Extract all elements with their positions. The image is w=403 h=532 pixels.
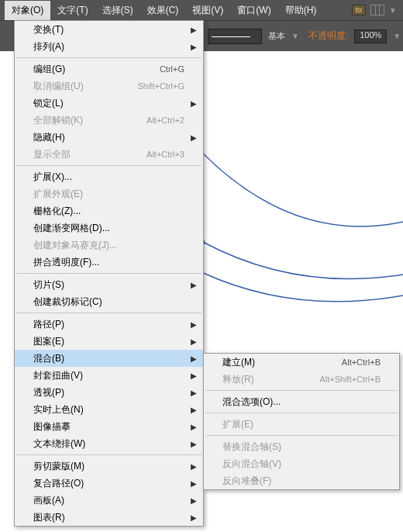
submenu-arrow-icon: ▶ — [191, 479, 197, 488]
workspace-switcher-icon[interactable] — [370, 5, 384, 16]
menu-item-label: 反向混合轴(V) — [222, 458, 381, 471]
menu-item-label: 画板(A) — [33, 494, 184, 507]
menu-window[interactable]: 窗口(W) — [230, 1, 277, 20]
menu-separator — [16, 57, 202, 58]
submenu-arrow-icon: ▶ — [191, 354, 197, 363]
object-menu-item-24[interactable]: 透视(P)▶ — [15, 384, 203, 401]
object-menu-item-18[interactable]: 创建裁切标记(C) — [15, 293, 203, 310]
submenu-arrow-icon: ▶ — [191, 320, 197, 329]
menu-item-shortcut: Alt+Ctrl+2 — [146, 116, 184, 125]
menu-item-label: 反向堆叠(F) — [222, 475, 381, 488]
object-menu-item-5[interactable]: 锁定(L)▶ — [15, 95, 203, 112]
menu-item-shortcut: Shift+Ctrl+G — [137, 81, 184, 91]
menu-item-label: 复合路径(O) — [33, 477, 184, 490]
stroke-preset-label: 基本 — [268, 30, 285, 42]
object-menu-item-11: 扩展外观(E) — [15, 185, 203, 202]
menu-item-label: 锁定(L) — [33, 97, 184, 110]
object-menu-item-29[interactable]: 剪切蒙版(M)▶ — [15, 458, 203, 475]
object-menu-item-4: 取消编组(U)Shift+Ctrl+G — [15, 78, 203, 95]
menu-select[interactable]: 选择(S) — [95, 1, 140, 20]
menu-separator — [205, 390, 398, 391]
submenu-arrow-icon: ▶ — [191, 337, 197, 346]
chevron-down-icon[interactable]: ▼ — [389, 6, 397, 15]
object-menu-item-22[interactable]: 混合(B)▶ — [15, 350, 203, 367]
menu-item-label: 创建对象马赛克(J)... — [33, 239, 184, 252]
object-menu-item-3[interactable]: 编组(G)Ctrl+G — [15, 60, 203, 78]
menubar-icons: Br ▼ — [352, 5, 403, 16]
menu-item-label: 切片(S) — [33, 278, 184, 292]
chevron-down-icon[interactable]: ▼ — [393, 32, 401, 40]
menu-item-label: 取消编组(U) — [33, 80, 137, 93]
submenu-arrow-icon: ▶ — [191, 389, 197, 397]
submenu-arrow-icon: ▶ — [191, 496, 197, 505]
menubar: 对象(O) 文字(T) 选择(S) 效果(C) 视图(V) 窗口(W) 帮助(H… — [0, 0, 403, 20]
object-menu-item-0[interactable]: 变换(T)▶ — [15, 21, 203, 38]
object-menu-item-21[interactable]: 图案(E)▶ — [15, 333, 203, 350]
blend-submenu-item-8: 反向混合轴(V) — [204, 455, 399, 472]
menu-separator — [205, 435, 398, 436]
menu-item-label: 扩展(X)... — [33, 171, 184, 184]
menu-item-label: 隐藏(H) — [33, 131, 184, 144]
menu-view[interactable]: 视图(V) — [185, 1, 230, 20]
blend-submenu-item-0[interactable]: 建立(M)Alt+Ctrl+B — [204, 354, 399, 371]
submenu-arrow-icon: ▶ — [191, 26, 197, 34]
object-menu-item-26[interactable]: 图像描摹▶ — [15, 418, 203, 435]
object-menu-item-25[interactable]: 实时上色(N)▶ — [15, 401, 203, 418]
object-menu-item-15[interactable]: 拼合透明度(F)... — [15, 254, 203, 271]
menu-effect[interactable]: 效果(C) — [140, 1, 186, 20]
menu-separator — [16, 165, 202, 166]
menu-separator — [16, 273, 202, 274]
menu-text[interactable]: 文字(T) — [50, 1, 95, 20]
menu-item-label: 透视(P) — [33, 386, 184, 399]
menu-object[interactable]: 对象(O) — [5, 1, 50, 20]
submenu-arrow-icon: ▶ — [191, 281, 197, 289]
menu-item-label: 混合(B) — [33, 352, 184, 365]
object-menu-item-12[interactable]: 栅格化(Z)... — [15, 202, 203, 219]
menu-item-label: 栅格化(Z)... — [33, 205, 184, 218]
menu-item-label: 释放(R) — [222, 373, 319, 386]
chevron-down-icon[interactable]: ▼ — [291, 32, 299, 40]
submenu-arrow-icon: ▶ — [191, 406, 197, 414]
menu-item-label: 替换混合轴(S) — [222, 440, 381, 454]
object-menu-item-30[interactable]: 复合路径(O)▶ — [15, 475, 203, 492]
menu-item-shortcut: Alt+Ctrl+B — [342, 358, 381, 367]
opacity-input[interactable]: 100% — [354, 29, 387, 43]
menu-item-label: 图表(R) — [33, 511, 184, 524]
object-menu-item-27[interactable]: 文本绕排(W)▶ — [15, 435, 203, 452]
submenu-arrow-icon: ▶ — [191, 133, 197, 142]
menu-item-label: 变换(T) — [33, 23, 184, 36]
menu-separator — [205, 413, 398, 413]
object-menu-item-1[interactable]: 排列(A)▶ — [15, 38, 203, 55]
menu-item-label: 封套扭曲(V) — [33, 369, 184, 382]
object-menu-item-7[interactable]: 隐藏(H)▶ — [15, 129, 203, 146]
object-menu-item-31[interactable]: 画板(A)▶ — [15, 492, 203, 509]
blend-submenu-item-3[interactable]: 混合选项(O)... — [204, 393, 399, 410]
submenu-arrow-icon: ▶ — [191, 43, 197, 51]
menu-item-label: 排列(A) — [33, 40, 184, 54]
object-menu-item-13[interactable]: 创建渐变网格(D)... — [15, 219, 203, 237]
menu-item-label: 剪切蒙版(M) — [33, 460, 184, 473]
menu-item-label: 扩展外观(E) — [33, 188, 184, 201]
object-menu-item-8: 显示全部Alt+Ctrl+3 — [15, 146, 203, 163]
object-menu-dropdown: 变换(T)▶排列(A)▶编组(G)Ctrl+G取消编组(U)Shift+Ctrl… — [14, 20, 204, 527]
menu-separator — [16, 313, 202, 313]
object-menu-item-17[interactable]: 切片(S)▶ — [15, 276, 203, 293]
menu-item-label: 图案(E) — [33, 335, 184, 348]
blend-submenu: 建立(M)Alt+Ctrl+B释放(R)Alt+Shift+Ctrl+B混合选项… — [203, 353, 400, 490]
object-menu-item-6: 全部解锁(K)Alt+Ctrl+2 — [15, 112, 203, 129]
submenu-arrow-icon: ▶ — [191, 513, 197, 522]
object-menu-item-32[interactable]: 图表(R)▶ — [15, 509, 203, 526]
stroke-preview[interactable] — [208, 29, 262, 44]
menu-item-label: 创建渐变网格(D)... — [33, 222, 184, 235]
object-menu-item-10[interactable]: 扩展(X)... — [15, 168, 203, 185]
opacity-label: 不透明度: — [308, 29, 348, 43]
blend-submenu-item-7: 替换混合轴(S) — [204, 438, 399, 455]
menu-item-label: 扩展(E) — [222, 418, 381, 431]
bridge-icon[interactable]: Br — [352, 5, 366, 16]
object-menu-item-23[interactable]: 封套扭曲(V)▶ — [15, 367, 203, 384]
menu-help[interactable]: 帮助(H) — [278, 1, 324, 20]
menu-item-label: 路径(P) — [33, 318, 184, 331]
object-menu-item-20[interactable]: 路径(P)▶ — [15, 316, 203, 333]
submenu-arrow-icon: ▶ — [191, 99, 197, 108]
menu-item-label: 文本绕排(W) — [33, 437, 184, 451]
